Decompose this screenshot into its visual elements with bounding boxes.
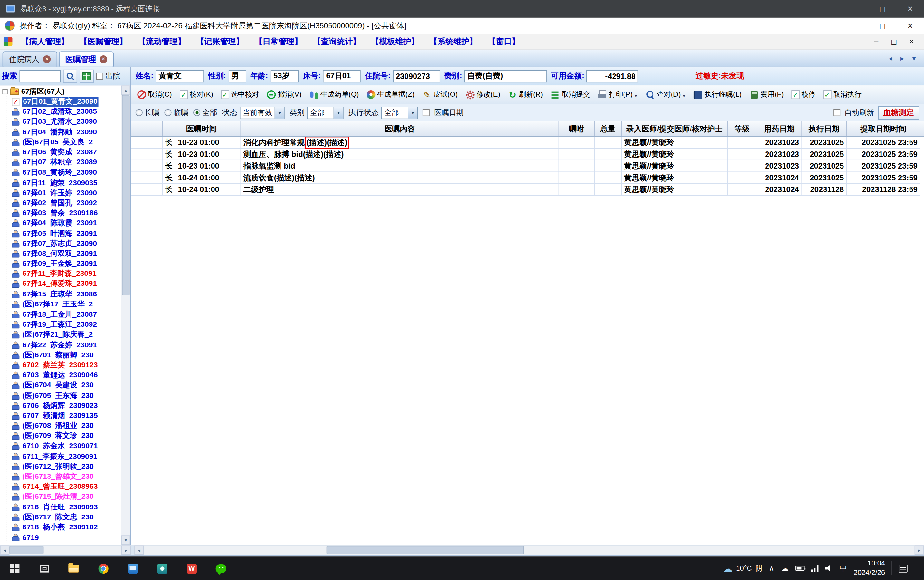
tree-hscroll-track[interactable] (9, 545, 122, 555)
app-minimize-button[interactable] (841, 18, 869, 34)
scroll-left-icon[interactable] (0, 545, 9, 555)
patient-tree-item[interactable]: 67日06_黄奕成_23087 (2, 147, 121, 157)
radio-长嘱[interactable]: 长嘱 (136, 107, 160, 118)
scroll-up-icon[interactable] (122, 86, 130, 95)
taskbar-task-view-button[interactable] (29, 557, 59, 580)
scroll-left-icon[interactable] (134, 545, 144, 555)
tray-volume-icon[interactable] (825, 565, 833, 572)
column-header[interactable] (131, 122, 163, 136)
toolbar-refresh-button[interactable]: 刷新(R) (504, 87, 547, 102)
toolbar-check-doc-button[interactable]: 取消执行 (820, 87, 865, 102)
toolbar-check-doc-button[interactable]: 选中核对 (217, 87, 263, 102)
patient-tree-item[interactable]: 67日04_潘邦勛_23090 (2, 127, 121, 137)
menu-item[interactable]: 【医嘱管理】 (74, 36, 133, 47)
patient-tree-item[interactable]: 6702_蔡兰英_2309123 (2, 360, 121, 370)
combo-arrow-icon[interactable] (408, 107, 417, 118)
taskbar-file-explorer-button[interactable] (59, 557, 88, 580)
remote-close-button[interactable] (896, 0, 924, 18)
menu-item[interactable]: 【流动管理】 (133, 36, 191, 47)
toolbar-gear-button[interactable]: 修改(E) (462, 87, 504, 102)
order-row[interactable]: 长10-23 01:00测血压、脉搏 bid(描述)(描述)黄思颖//黄晓玲20… (131, 148, 924, 160)
combo-状态[interactable]: 当前有效 (240, 106, 285, 119)
patient-tree-item[interactable]: 67日08_黄杨玲_23090 (2, 168, 121, 178)
scroll-right-icon[interactable] (915, 545, 924, 555)
tab-医嘱管理[interactable]: 医嘱管理 (59, 51, 114, 67)
order-row[interactable]: 长10-24 01:00二级护理黄思颖//黄晓玲2023102420231128… (131, 184, 924, 196)
patient-tree-item[interactable]: 67择07_苏志贞_23090 (2, 239, 121, 249)
scroll-right-icon[interactable] (122, 545, 131, 555)
toolbar-unsubmit-button[interactable]: 取消提交 (547, 87, 594, 102)
mdi-minimize-button[interactable] (869, 35, 884, 48)
tree-expander-icon[interactable] (2, 89, 7, 94)
tree-hscroll-thumb[interactable] (9, 546, 43, 554)
column-header[interactable]: 执行日期 (802, 122, 847, 136)
patient-tree-item[interactable]: 6710_苏金水_2309071 (2, 441, 121, 451)
column-header[interactable]: 用药日期 (757, 122, 802, 136)
toolbar-fee-button[interactable]: 费用(F) (746, 87, 788, 102)
patient-tree-item[interactable]: (医)67择17_王玉华_2 (2, 299, 121, 309)
patient-tree-item[interactable]: (医)6705_王东海_230 (2, 391, 121, 400)
patient-tree-item[interactable]: 67择01_许玉婷_23090 (2, 188, 121, 198)
combo-类别[interactable]: 全部 (307, 106, 343, 119)
action-center-icon[interactable] (899, 565, 907, 572)
menu-item[interactable]: 【窗口】 (483, 36, 525, 47)
patient-tree-item[interactable]: 67择19_王森汪_23092 (2, 320, 121, 330)
table-horizontal-scrollbar[interactable] (134, 545, 924, 555)
dropdown-arrow-icon[interactable] (634, 91, 638, 99)
auto-refresh-checkbox[interactable] (833, 109, 840, 116)
patient-tree-item[interactable]: 6711_李振东_2309091 (2, 451, 121, 461)
tree-vertical-scrollbar[interactable] (121, 86, 130, 545)
patient-tree-item[interactable]: 67择11_李财森_23091 (2, 269, 121, 279)
patient-tree-item[interactable]: (医)6709_蒋文珍_230 (2, 431, 121, 441)
menu-item[interactable]: 【查询统计】 (307, 36, 366, 47)
taskbar-wps-button[interactable] (177, 557, 206, 580)
patient-tree-item[interactable]: 6703_董鲤达_2309046 (2, 370, 121, 380)
patient-tree-item[interactable]: 6714_曾玉旺_2308963 (2, 482, 121, 492)
tab-scroll-left-icon[interactable] (888, 55, 893, 62)
search-button[interactable] (63, 69, 77, 83)
refresh-list-button[interactable] (79, 69, 94, 83)
tab-住院病人[interactable]: 住院病人 (2, 51, 57, 67)
column-header[interactable]: 总量 (595, 122, 621, 136)
patient-tree-item[interactable]: (医)67择21_陈庆春_2 (2, 330, 121, 339)
taskbar-weather[interactable]: 10°C 阴 (723, 563, 762, 574)
remote-minimize-button[interactable] (841, 0, 869, 18)
toolbar-check-doc-button[interactable]: 核停 (788, 87, 819, 102)
tree-root[interactable]: 67病区(67人) (2, 87, 121, 97)
tree-scroll-track[interactable] (122, 95, 130, 536)
menu-item[interactable]: 【模板维护】 (366, 36, 424, 47)
panel-splitter[interactable] (131, 545, 134, 555)
patient-tree-item[interactable]: 67日11_施荣_2309035 (2, 178, 121, 188)
toolbar-check-doc-button[interactable]: 核对(K) (176, 87, 216, 102)
app-close-button[interactable] (896, 18, 924, 34)
combo-arrow-icon[interactable] (334, 107, 343, 118)
toolbar-printer-button[interactable]: 打印(P) (594, 87, 641, 102)
patient-tree-item[interactable]: 67择08_何双双_23091 (2, 249, 121, 259)
discharge-checkbox[interactable] (96, 72, 103, 79)
patient-tree-item[interactable]: 6718_杨小燕_2309102 (2, 522, 121, 532)
dropdown-arrow-icon[interactable] (682, 91, 686, 99)
menu-item[interactable]: 【病人管理】 (16, 36, 74, 47)
radio-全部[interactable]: 全部 (193, 107, 217, 118)
patient-tree-item[interactable]: 67择22_苏金婷_23091 (2, 340, 121, 350)
column-header[interactable]: 录入医师/提交医师/核对护士 (621, 122, 728, 136)
patient-tree-item[interactable]: 67日02_成清珠_23085 (2, 107, 121, 117)
tree-scroll-thumb[interactable] (122, 95, 130, 295)
patient-tree-item[interactable]: (医)6712_张明软_230 (2, 461, 121, 471)
tab-close-icon[interactable] (43, 55, 51, 63)
tray-cloud-icon[interactable] (781, 564, 789, 573)
order-row[interactable]: 长10-24 01:00流质饮食(描述)(描述)黄思颖//黄晓玲20231024… (131, 172, 924, 184)
patient-tree-item[interactable]: (医)6704_吴建设_230 (2, 381, 121, 391)
table-hscroll-thumb[interactable] (327, 546, 524, 554)
patient-tree-item[interactable]: 67择18_王金川_23087 (2, 309, 121, 319)
glucose-test-button[interactable]: 血糖测定 (878, 106, 919, 119)
tab-list-dropdown-icon[interactable] (911, 55, 917, 62)
toolbar-undo-button[interactable]: 撤消(V) (263, 87, 305, 102)
column-header[interactable]: 嘱咐 (559, 122, 595, 136)
toolbar-pen-button[interactable]: 皮试(O) (419, 87, 461, 102)
patient-tree-item[interactable]: 67择02_曾国孔_23092 (2, 198, 121, 208)
taskbar-teal-app-button[interactable] (147, 557, 176, 580)
scroll-down-icon[interactable] (122, 535, 130, 545)
remote-maximize-button[interactable] (869, 0, 896, 18)
tab-close-icon[interactable] (100, 55, 107, 63)
